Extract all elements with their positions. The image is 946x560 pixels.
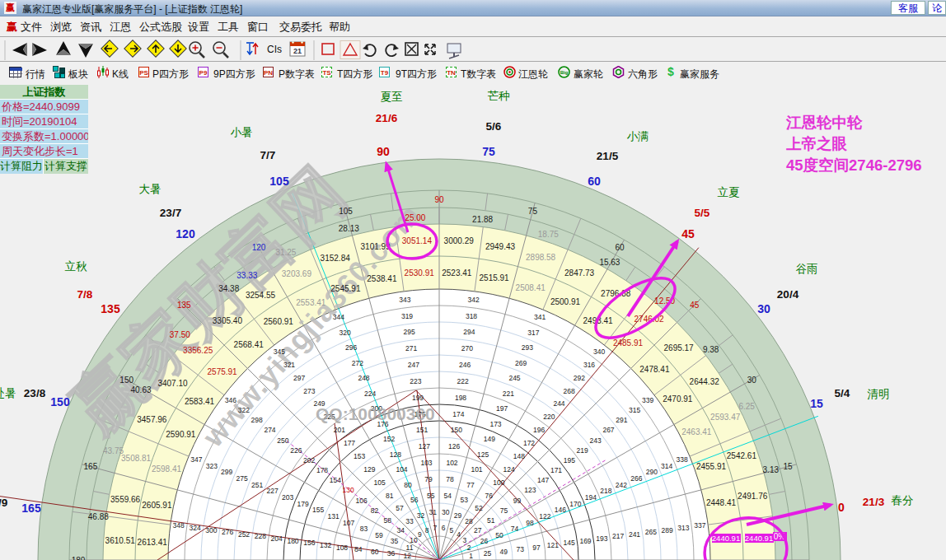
svg-text:53: 53	[460, 496, 468, 504]
svg-text:2500.91: 2500.91	[550, 297, 581, 306]
svg-text:274: 274	[264, 426, 275, 434]
svg-text:25.00: 25.00	[405, 213, 425, 222]
svg-text:315: 315	[629, 406, 640, 414]
svg-text:7/8: 7/8	[77, 288, 93, 301]
svg-text:12: 12	[404, 552, 412, 560]
svg-text:30: 30	[747, 376, 757, 385]
svg-text:204: 204	[271, 534, 283, 543]
svg-text:300: 300	[205, 526, 217, 534]
svg-text:3559.66: 3559.66	[110, 495, 141, 504]
svg-text:3356.25: 3356.25	[183, 346, 213, 355]
svg-text:129: 129	[363, 465, 375, 474]
svg-text:120: 120	[176, 227, 195, 240]
svg-text:338: 338	[677, 455, 688, 464]
svg-text:201: 201	[334, 426, 345, 434]
svg-text:56: 56	[410, 496, 419, 504]
svg-text:131: 131	[328, 512, 340, 520]
svg-text:221: 221	[503, 390, 514, 398]
svg-text:37.50: 37.50	[170, 330, 190, 339]
svg-text:202: 202	[303, 456, 315, 464]
svg-text:169: 169	[579, 537, 591, 545]
svg-text:241: 241	[629, 530, 640, 539]
svg-text:100: 100	[493, 478, 504, 487]
svg-text:0: 0	[838, 501, 845, 514]
svg-text:250: 250	[277, 436, 288, 445]
svg-text:Big: Big	[560, 70, 569, 75]
svg-text:21: 21	[293, 47, 302, 55]
svg-text:247: 247	[408, 361, 419, 369]
svg-text:江恩轮中轮: 江恩轮中轮	[785, 114, 863, 131]
svg-text:271: 271	[405, 344, 417, 352]
svg-text:5/6: 5/6	[486, 120, 502, 133]
svg-text:165: 165	[84, 462, 98, 471]
svg-text:58: 58	[384, 516, 392, 525]
svg-text:立秋: 立秋	[65, 260, 88, 273]
svg-text:立夏: 立夏	[718, 186, 741, 198]
svg-text:107: 107	[343, 519, 354, 527]
svg-text:83: 83	[360, 525, 368, 533]
svg-text:122: 122	[539, 512, 550, 520]
svg-text:98: 98	[526, 519, 534, 527]
svg-text:2530.91: 2530.91	[405, 268, 435, 278]
svg-text:132: 132	[320, 541, 331, 549]
svg-text:108: 108	[336, 544, 348, 552]
svg-text:346: 346	[225, 396, 236, 404]
svg-text:2523.41: 2523.41	[442, 268, 472, 278]
svg-text:3203.69: 3203.69	[282, 269, 312, 278]
svg-text:173: 173	[489, 420, 501, 428]
svg-text:341: 341	[534, 313, 546, 321]
svg-text:31: 31	[429, 508, 438, 516]
svg-text:5/5: 5/5	[695, 207, 710, 219]
svg-text:3610.51: 3610.51	[105, 536, 136, 545]
svg-text:294: 294	[463, 328, 475, 336]
svg-text:291: 291	[616, 416, 627, 424]
svg-text:2605.91: 2605.91	[142, 501, 172, 510]
svg-text:323: 323	[206, 462, 218, 470]
svg-text:75: 75	[528, 207, 538, 216]
svg-text:5/4: 5/4	[835, 387, 850, 399]
svg-text:320: 320	[340, 329, 351, 337]
svg-text:222: 222	[457, 377, 469, 385]
svg-text:11: 11	[406, 544, 414, 552]
svg-text:34.38: 34.38	[218, 284, 239, 293]
svg-text:172: 172	[523, 439, 535, 447]
svg-text:242: 242	[616, 481, 627, 489]
svg-text:2: 2	[467, 544, 471, 552]
svg-text:135: 135	[177, 301, 191, 310]
svg-text:59: 59	[375, 531, 383, 539]
svg-text:220: 220	[543, 413, 555, 421]
svg-text:319: 319	[401, 312, 413, 320]
svg-text:248: 248	[358, 374, 369, 382]
svg-text:2583.41: 2583.41	[185, 397, 215, 406]
svg-text:32: 32	[417, 511, 425, 520]
svg-text:21.88: 21.88	[472, 215, 493, 224]
svg-text:50: 50	[495, 531, 503, 539]
svg-text:小满: 小满	[627, 130, 649, 142]
svg-text:3457.96: 3457.96	[137, 415, 167, 424]
svg-text:芒种: 芒种	[488, 90, 510, 102]
svg-text:21/5: 21/5	[597, 150, 619, 162]
svg-text:105: 105	[374, 478, 386, 487]
svg-text:273: 273	[303, 387, 315, 395]
svg-text:267: 267	[602, 426, 614, 434]
svg-text:57: 57	[396, 504, 404, 512]
svg-text:322: 322	[238, 406, 250, 414]
svg-text:145: 145	[564, 539, 575, 547]
svg-text:QQ:100800360: QQ:100800360	[316, 404, 435, 423]
svg-text:339: 339	[642, 396, 653, 404]
svg-text:97: 97	[532, 544, 541, 552]
svg-text:2542.61: 2542.61	[727, 451, 757, 460]
svg-text:2491.76: 2491.76	[738, 492, 768, 501]
svg-text:3: 3	[463, 536, 467, 544]
svg-text:296: 296	[345, 343, 357, 352]
svg-text:7/7: 7/7	[260, 149, 276, 161]
svg-text:179: 179	[297, 500, 309, 508]
svg-text:120: 120	[252, 243, 266, 252]
svg-text:150: 150	[119, 376, 133, 385]
svg-text:74: 74	[511, 525, 519, 533]
svg-text:23/7: 23/7	[160, 207, 181, 219]
svg-text:2695.17: 2695.17	[664, 343, 695, 352]
svg-text:27: 27	[474, 526, 482, 534]
svg-text:30: 30	[757, 302, 770, 315]
svg-text:292: 292	[574, 374, 585, 382]
